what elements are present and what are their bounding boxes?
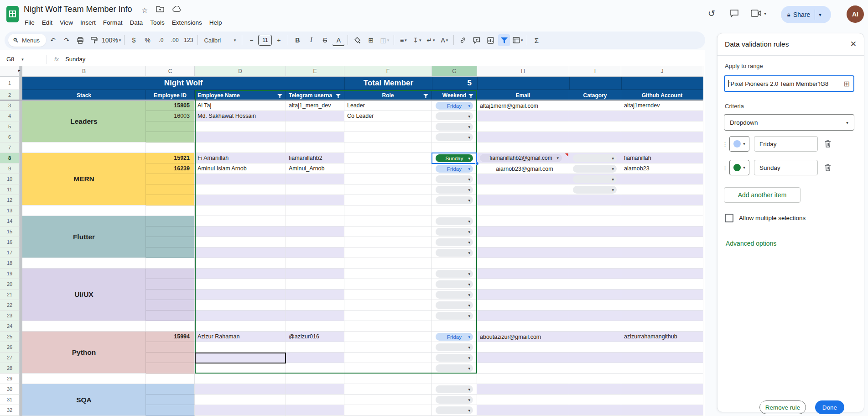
cell-C29[interactable] <box>146 374 195 384</box>
cell-F5[interactable] <box>344 121 432 132</box>
cell-H19[interactable] <box>477 269 569 279</box>
cell-I16[interactable] <box>569 237 621 247</box>
cell-I3[interactable] <box>569 100 621 111</box>
column-header-I[interactable]: I <box>569 66 621 77</box>
cell-F22[interactable] <box>344 300 432 311</box>
row-header-29[interactable]: 29 <box>0 374 20 384</box>
cell-I29[interactable] <box>569 374 621 384</box>
cell-F27[interactable] <box>344 353 432 363</box>
chip-dropdown-icon[interactable]: ▾ <box>468 251 470 255</box>
cell-C26[interactable] <box>146 342 195 353</box>
cell-F20[interactable] <box>344 279 432 290</box>
cell-J4[interactable] <box>621 111 703 121</box>
row-header-8[interactable]: 8 <box>0 153 20 163</box>
cell-G29[interactable] <box>432 374 477 384</box>
chip-dropdown-icon[interactable]: ▾ <box>468 198 470 203</box>
cell-H17[interactable] <box>477 247 569 258</box>
banner-night-wolf[interactable]: Night Wolf <box>22 77 344 90</box>
cell-H7[interactable] <box>477 142 569 153</box>
document-title[interactable]: Night Wolf Team Member Info <box>24 5 132 14</box>
cell-B29[interactable] <box>22 374 146 384</box>
cell-F19[interactable] <box>344 269 432 279</box>
cell-H16[interactable] <box>477 237 569 247</box>
cell-J15[interactable] <box>621 226 703 237</box>
criteria-select[interactable]: Dropdown ▾ <box>724 114 854 131</box>
weekend-chip-G11[interactable]: ▾ <box>436 186 473 194</box>
row-header-24[interactable]: 24 <box>0 321 20 332</box>
row-header-26[interactable]: 26 <box>0 342 20 353</box>
cell-H18[interactable] <box>477 258 569 269</box>
weekend-chip-G26[interactable]: ▾ <box>436 343 473 351</box>
delete-item-icon[interactable] <box>824 163 832 172</box>
cell-E17[interactable] <box>286 247 344 258</box>
chip-dropdown-icon[interactable]: ▾ <box>468 167 470 171</box>
chip-dropdown-icon[interactable]: ▾ <box>468 125 470 129</box>
weekend-chip-G21[interactable]: ▾ <box>436 291 473 299</box>
vertical-align-button[interactable]: ↧▾ <box>411 34 423 46</box>
advanced-options-link[interactable]: Advanced options <box>726 240 776 247</box>
cell-J21[interactable] <box>621 290 703 300</box>
insert-comment-button[interactable] <box>471 34 483 46</box>
chip-dropdown-icon[interactable]: ▾ <box>468 314 470 318</box>
cell-G7[interactable] <box>432 142 477 153</box>
cell-B24[interactable] <box>22 321 146 332</box>
menu-insert[interactable]: Insert <box>77 17 99 28</box>
range-input[interactable]: 'Pixel Pioneers 2.0 Team Member'!G8 ⊞ <box>724 75 854 92</box>
add-another-item-button[interactable]: Add another item <box>724 187 800 203</box>
row-header-30[interactable]: 30 <box>0 384 20 395</box>
increase-decimals-button[interactable]: .00 <box>169 34 181 46</box>
outlined-cell-D27[interactable] <box>195 353 286 363</box>
row-header-12[interactable]: 12 <box>0 195 20 205</box>
share-button[interactable]: 🔒︎ Share ▾ <box>781 6 831 23</box>
share-dropdown-icon[interactable]: ▾ <box>819 12 821 18</box>
category-chip-I11[interactable]: ▾ <box>573 186 617 194</box>
weekend-chip-G31[interactable]: ▾ <box>436 396 473 404</box>
cell-C30[interactable] <box>146 384 195 395</box>
cell-H11[interactable] <box>477 184 569 195</box>
cell-I12[interactable] <box>569 195 621 205</box>
cell-J7[interactable] <box>621 142 703 153</box>
cell-I7[interactable] <box>569 142 621 153</box>
cell-C4[interactable]: 16003 <box>146 111 195 121</box>
menu-view[interactable]: View <box>56 17 77 28</box>
cell-F18[interactable] <box>344 258 432 269</box>
cell-C25[interactable]: 15994 <box>146 332 195 342</box>
cell-B13[interactable] <box>22 205 146 216</box>
cell-G24[interactable] <box>432 321 477 332</box>
cell-C5[interactable] <box>146 121 195 132</box>
cell-C9[interactable]: 16239 <box>146 163 195 174</box>
cell-C11[interactable] <box>146 184 195 195</box>
weekend-chip-G3[interactable]: Friday▾ <box>436 102 473 110</box>
weekend-chip-G28[interactable]: ▾ <box>436 364 473 372</box>
cell-D14[interactable] <box>195 216 286 226</box>
strikethrough-button[interactable]: S <box>319 34 331 46</box>
close-icon[interactable]: ✕ <box>850 39 857 49</box>
remove-rule-button[interactable]: Remove rule <box>759 400 806 414</box>
select-data-range-icon[interactable]: ⊞ <box>844 79 850 88</box>
checkbox[interactable] <box>725 214 733 222</box>
cell-J11[interactable] <box>621 184 703 195</box>
cell-J28[interactable] <box>621 363 703 374</box>
cell-C27[interactable] <box>146 353 195 363</box>
group-label-uiux[interactable]: UI/UX <box>22 269 146 321</box>
cell-J30[interactable] <box>621 384 703 395</box>
cell-F14[interactable] <box>344 216 432 226</box>
cell-J10[interactable] <box>621 174 703 184</box>
cell-D15[interactable] <box>195 226 286 237</box>
undo-button[interactable]: ↶ <box>47 34 59 46</box>
cell-D22[interactable] <box>195 300 286 311</box>
cell-E8[interactable]: fiamanillahb2 <box>286 153 344 163</box>
banner-blank[interactable] <box>477 77 569 90</box>
cell-D5[interactable] <box>195 121 286 132</box>
cell-E27[interactable] <box>286 353 344 363</box>
cell-J13[interactable] <box>621 205 703 216</box>
text-rotation-button[interactable]: A▾ <box>438 34 450 46</box>
chip-dropdown-icon[interactable]: ▾ <box>468 398 470 402</box>
cell-H13[interactable] <box>477 205 569 216</box>
chip-dropdown-icon[interactable]: ▾ <box>468 345 470 350</box>
column-header-C[interactable]: C <box>146 66 195 77</box>
version-history-icon[interactable]: ↺ <box>708 8 715 19</box>
banner-blank[interactable] <box>621 77 703 90</box>
cell-C22[interactable] <box>146 300 195 311</box>
chip-dropdown-icon[interactable]: ▾ <box>468 408 470 413</box>
